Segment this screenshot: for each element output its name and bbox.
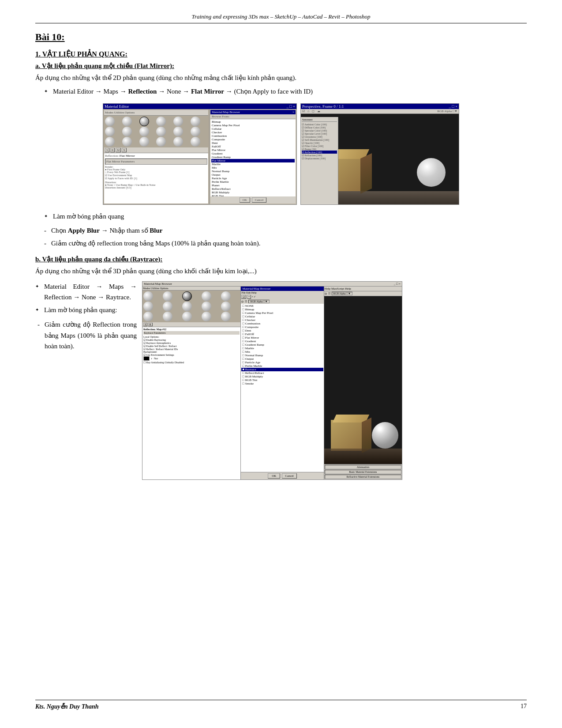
dash-item-1: Chọn Apply Blur → Nhập tham số Blur [44,225,527,236]
sphere-12 [191,127,200,136]
page-header: Training and expressing 3Ds max – Sketch… [35,13,527,23]
s1 [143,291,153,301]
sphere-14 [122,137,132,147]
sphere-3 [139,117,149,126]
sphere-15 [139,137,149,147]
dash1-bold2: Blur [150,227,162,234]
footer-author: Kts. Nguyễn Duy Thanh [35,703,99,710]
s15 [221,312,231,321]
raytrace-params-left: Reflection: Map #12 Raytrace Parameters … [142,327,240,479]
sim-property-panel: Amount ☑ Ambient Color [100] ☑ Diffuse C… [301,117,338,204]
sim-ok-cancel: OK Cancel [210,196,296,204]
sphere-16 [156,137,166,147]
sphere-8 [122,127,132,136]
bullet-list-a: Material Editor → Maps → Reflection → No… [44,86,527,97]
bullet1-mid: → None → [157,88,191,95]
bullet-item-c1: Material Editor → Maps → Reflection → No… [35,281,137,303]
bullet1-bold2: Flat Mirror [191,88,224,95]
raytrace-ok-cancel: OK Cancel [241,472,323,479]
raytrace-menu-left: Modes Utilities Options [142,287,240,290]
raytrace-cube-front [331,420,364,451]
s13 [182,312,192,321]
sim-menu: Modes Utilities Options [104,110,208,116]
screenshot-col: Material/Map Browser_ □ × Modes Utilitie… [142,281,527,480]
sphere-1 [105,117,115,126]
sphere-7 [105,127,115,136]
sphere-6 [191,117,200,126]
bullet-list-c: Material Editor → Maps → Reflection → No… [35,281,137,316]
footer: Kts. Nguyễn Duy Thanh 17 [35,700,527,710]
two-col-section: Material Editor → Maps → Reflection → No… [35,281,527,480]
s3 [182,291,192,301]
raytrace-topbar: Material/Map Browser_ □ × [142,282,402,287]
sim-titlebar-1: Material Editor_ □ × [103,104,296,109]
sim-toolbar-row: S R M X [104,147,208,153]
raytrace-floor-reflection [324,449,402,464]
raytrace-toolbar2: ◎☷ RGB Alpha □▼ [241,299,323,304]
raytrace-mapbrowser-title: Material/Map Browser [241,287,323,291]
sphere-18 [191,137,200,147]
bullet-item-1: Material Editor → Maps → Reflection → No… [44,86,527,97]
dash-item-2: Giảm cường độ reflection trong bảng Maps… [44,238,527,249]
bullet-list-b: Làm mờ bóng phản quang [44,211,527,222]
raytrace-toolbar-row: S R [142,322,240,327]
sim-params: Reflection: Flat Mirror Flat Mirror Para… [104,153,208,204]
sphere-grid [104,116,208,147]
screenshot-raytrace: Material/Map Browser_ □ × Modes Utilitie… [142,281,402,480]
raytrace-viewport-menu: Help MaxScript Help [324,287,402,291]
raytrace-cube [326,413,371,451]
subsection-a-para1: Áp dụng cho những vật thể 2D phản quang … [35,72,527,83]
bullet1-post: → (Chọn Apply to face with ID) [224,88,313,95]
cube-right [360,153,372,193]
text-col: Material Editor → Maps → Reflection → No… [35,281,137,480]
s11 [143,312,153,321]
sim-viewport-toolbar: ☑⌂◻☁ RGB Alpha □▼ [301,109,459,114]
sphere-2 [122,117,132,126]
header-text: Training and expressing 3Ds max – Sketch… [191,13,370,20]
screenshot-material-editor: Material Editor_ □ × Modes Utilities Opt… [103,103,297,205]
dash1-bold: Apply Blur [68,227,100,234]
sphere-11 [173,127,183,136]
raytrace-viewport-toolbar: ◎☷ RGB Alpha □▼ [324,291,402,296]
bullet-item-mobb: Làm mờ bóng phản quang [44,211,527,222]
dash-item-b1: Giảm cường độ Reflection trong bảng Maps… [37,319,137,352]
raytrace-mapbrowser-menu: File Edit Help [241,291,323,294]
screenshot-viewport-1: Perspective, Frame 0 / 1:1_ □ × ☑⌂◻☁ RGB… [300,103,459,205]
raytrace-sphere [372,422,398,449]
sim-sphere-1 [417,158,446,187]
section1-title: 1. VẬT LIỆU PHẢN QUANG: [35,50,527,58]
sphere-9 [139,127,149,136]
s6 [143,302,153,311]
s12 [163,312,172,321]
bullet-item-c2: Làm mờ bóng phản quang: [35,305,137,316]
map-browser-list: Bitmap Camera Map Per Pixel Cellular Che… [210,119,296,196]
sphere-grid-2 [142,290,240,322]
page-title: Bài 10: [35,31,527,43]
sphere-5 [173,117,183,126]
raytrace-bottom-panels: Attenuation Basic Material Extensions Re… [324,464,402,479]
dash-list-a: Chọn Apply Blur → Nhập tham số Blur Giảm… [44,225,527,249]
dash-list-b: Giảm cường độ Reflection trong bảng Maps… [37,319,137,352]
page: Training and expressing 3Ds max – Sketch… [0,0,562,728]
s4 [202,291,211,301]
raytrace-cube-right [362,417,371,453]
raytrace-mapbrowser-toolbar: ☑ • × ✓ [241,294,323,299]
sim-mapbrowser-menu: Browse From: [210,114,296,119]
sphere-17 [173,137,183,147]
footer-page: 17 [521,703,527,710]
subsection-a-title: a. Vật liệu phản quang một chiều (Flat M… [35,62,527,70]
s2 [163,291,172,301]
sphere-4 [156,117,166,126]
subsection-b-para1: Áp dụng cho những vật thể 3D phản quang … [35,266,527,277]
sphere-10 [156,127,166,136]
bullet1-pre: Material Editor → Maps → [53,88,128,95]
subsection-b-title: b. Vật liệu phản quang đa chiều (Raytrac… [35,255,527,263]
sphere-13 [105,137,115,147]
s9 [202,302,211,311]
s10 [221,302,231,311]
bullet1-bold: Reflection [128,88,157,95]
s14 [202,312,211,321]
s7 [163,302,172,311]
map-browser-list-2: □NONE □Bitmap □Camera Map Per Pixel □Cel… [241,304,323,472]
s8 [182,302,192,311]
